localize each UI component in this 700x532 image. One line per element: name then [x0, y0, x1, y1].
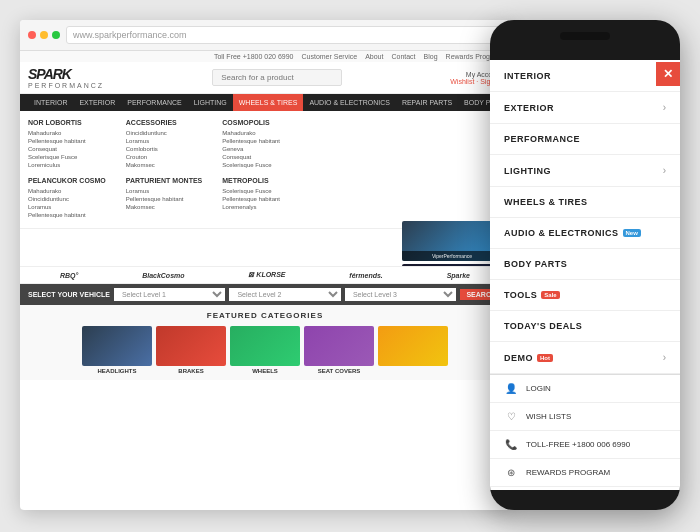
- mobile-menu-lighting-arrow: ›: [663, 165, 666, 176]
- brand-fermends[interactable]: férmends.: [349, 272, 382, 279]
- mobile-footer-rewards[interactable]: ⊛ REWARDS PROGRAM: [490, 459, 680, 487]
- mega-col-3: COSMOPOLIS Mahadurako Pellentesque habit…: [222, 119, 280, 220]
- phone-mockup: ✕ INTERIOR › EXTERIOR › PERFORMANCE LIGH…: [490, 20, 680, 510]
- menu-item[interactable]: Loramus: [126, 138, 202, 144]
- menu-item[interactable]: Consequat: [28, 146, 106, 152]
- mobile-menu-interior[interactable]: INTERIOR ›: [490, 60, 680, 92]
- mobile-menu-deals[interactable]: TODAY'S DEALS: [490, 311, 680, 342]
- dot-green: [52, 31, 60, 39]
- vehicle-level-1[interactable]: Select Level 1: [114, 288, 226, 301]
- menu-item[interactable]: Mahadurako: [222, 130, 280, 136]
- mega-menu: NOR LOBORTIS Mahadurako Pellentesque hab…: [20, 111, 510, 229]
- site-header: SPARKPERFORMANCZ My Account Wishlist · S…: [20, 62, 510, 94]
- mobile-footer-login-label: LOGIN: [526, 384, 551, 393]
- mobile-menu-performance-label: PERFORMANCE: [504, 134, 580, 144]
- mobile-menu-wheels[interactable]: WHEELS & TIRES: [490, 187, 680, 218]
- mega-col-3-title: COSMOPOLIS: [222, 119, 280, 126]
- contact-link[interactable]: Contact: [391, 53, 415, 60]
- menu-item[interactable]: Loramus: [126, 188, 202, 194]
- featured-image-1[interactable]: ViperPerformance: [402, 221, 502, 261]
- mobile-menu-exterior[interactable]: EXTERIOR ›: [490, 92, 680, 124]
- mega-col-2-title: ACCESSORIES: [126, 119, 202, 126]
- mobile-menu-demo[interactable]: DEMO Hot ›: [490, 342, 680, 374]
- customer-service[interactable]: Customer Service: [302, 53, 358, 60]
- category-grid: HEADLIGHTS BRAKES WHEELS SEAT COVERS: [28, 326, 502, 374]
- mobile-menu-audio[interactable]: AUDIO & ELECTRONICS New: [490, 218, 680, 249]
- mobile-menu-tools[interactable]: TOOLS Sale: [490, 280, 680, 311]
- nav-exterior[interactable]: EXTERIOR: [73, 94, 121, 111]
- mobile-menu-performance[interactable]: PERFORMANCE: [490, 124, 680, 155]
- nav-performance[interactable]: PERFORMANCE: [121, 94, 187, 111]
- category-wheels[interactable]: WHEELS: [230, 326, 300, 374]
- menu-item[interactable]: Loremiculus: [28, 162, 106, 168]
- mobile-menu-interior-label: INTERIOR: [504, 71, 551, 81]
- menu-item[interactable]: Comlobortis: [126, 146, 202, 152]
- search-input[interactable]: [212, 69, 342, 86]
- nav-repair[interactable]: REPAIR PARTS: [396, 94, 458, 111]
- category-extra-img: [378, 326, 448, 366]
- brand-sparke[interactable]: Sparke: [447, 272, 470, 279]
- menu-item[interactable]: Pellentesque habitant: [28, 138, 106, 144]
- mobile-footer-wishlists[interactable]: ♡ WISH LISTS: [490, 403, 680, 431]
- mobile-footer-blog[interactable]: BLOG: [490, 487, 680, 490]
- menu-item[interactable]: Pellentesque habitant: [222, 138, 280, 144]
- mobile-menu-close-button[interactable]: ✕: [656, 62, 680, 86]
- category-brakes-label: BRAKES: [156, 368, 226, 374]
- vehicle-selector-label: SELECT YOUR VEHICLE: [28, 291, 110, 298]
- mobile-menu-body-parts[interactable]: BODY PARTS: [490, 249, 680, 280]
- featured-images: ViperPerformance NIC: [402, 221, 502, 266]
- menu-item[interactable]: Pellentesque habitant: [28, 212, 106, 218]
- phone-number: Toll Free +1800 020 6990: [214, 53, 294, 60]
- vehicle-level-2[interactable]: Select Level 2: [229, 288, 341, 301]
- mobile-footer-tollfree[interactable]: 📞 TOLL-FREE +1800 006 6990: [490, 431, 680, 459]
- vehicle-level-3[interactable]: Select Level 3: [345, 288, 457, 301]
- menu-item[interactable]: Makomsec: [126, 204, 202, 210]
- nav-audio[interactable]: AUDIO & ELECTRONICS: [303, 94, 396, 111]
- mega-col-2: ACCESSORIES Oincididuntlunc Loramus Coml…: [126, 119, 202, 220]
- brand-rbq[interactable]: RBQ°: [60, 272, 78, 279]
- browser-window: www.sparkperformance.com Toll Free +1800…: [20, 20, 510, 510]
- browser-toolbar: www.sparkperformance.com: [20, 20, 510, 51]
- mega-col-1: NOR LOBORTIS Mahadurako Pellentesque hab…: [28, 119, 106, 220]
- phone-screen: ✕ INTERIOR › EXTERIOR › PERFORMANCE LIGH…: [490, 60, 680, 490]
- featured-image-2[interactable]: NIC: [402, 264, 502, 266]
- nav-lighting[interactable]: LIGHTING: [188, 94, 233, 111]
- mobile-menu-audio-label: AUDIO & ELECTRONICS: [504, 228, 619, 238]
- featured-categories: FEATURED CATEGORIES HEADLIGHTS BRAKES WH…: [20, 305, 510, 380]
- menu-item[interactable]: Makomsec: [126, 162, 202, 168]
- category-headlights-img: [82, 326, 152, 366]
- mobile-footer-login[interactable]: 👤 LOGIN: [490, 375, 680, 403]
- menu-item[interactable]: Oincididuntlunc: [126, 130, 202, 136]
- brand-blackcosmo[interactable]: BlackCosmo: [142, 272, 184, 279]
- blog-link[interactable]: Blog: [424, 53, 438, 60]
- menu-item[interactable]: Mahadurako: [28, 188, 106, 194]
- category-seat-covers-img: [304, 326, 374, 366]
- login-icon: 👤: [504, 383, 518, 394]
- brand-klorse[interactable]: ⊠ KLORSE: [248, 271, 285, 279]
- menu-item[interactable]: Scelerisque Fusce: [222, 188, 280, 194]
- category-seat-covers[interactable]: SEAT COVERS: [304, 326, 374, 374]
- category-extra[interactable]: [378, 326, 448, 374]
- menu-item[interactable]: Mahadurako: [28, 130, 106, 136]
- menu-item[interactable]: Oincididuntlunc: [28, 196, 106, 202]
- menu-item[interactable]: Pellentesque habitant: [222, 196, 280, 202]
- menu-item[interactable]: Scelerisque Fusce: [28, 154, 106, 160]
- menu-item[interactable]: Loramus: [28, 204, 106, 210]
- menu-item[interactable]: Consequat: [222, 154, 280, 160]
- nav-wheels-tires[interactable]: WHEELS & TIRES: [233, 94, 304, 111]
- mobile-footer-wishlists-label: WISH LISTS: [526, 412, 571, 421]
- rewards-icon: ⊛: [504, 467, 518, 478]
- browser-dots: [28, 31, 60, 39]
- about-link[interactable]: About: [365, 53, 383, 60]
- nav-interior[interactable]: INTERIOR: [28, 94, 73, 111]
- menu-item[interactable]: Pellentesque habitant: [126, 196, 202, 202]
- category-brakes[interactable]: BRAKES: [156, 326, 226, 374]
- mobile-menu-lighting-label: LIGHTING: [504, 166, 551, 176]
- menu-item[interactable]: Scelerisque Fusce: [222, 162, 280, 168]
- menu-item[interactable]: Crouton: [126, 154, 202, 160]
- menu-item[interactable]: Geneva: [222, 146, 280, 152]
- category-headlights[interactable]: HEADLIGHTS: [82, 326, 152, 374]
- mobile-footer-section: 👤 LOGIN ♡ WISH LISTS 📞 TOLL-FREE +1800 0…: [490, 374, 680, 490]
- menu-item[interactable]: Loremenalys: [222, 204, 280, 210]
- mobile-menu-lighting[interactable]: LIGHTING ›: [490, 155, 680, 187]
